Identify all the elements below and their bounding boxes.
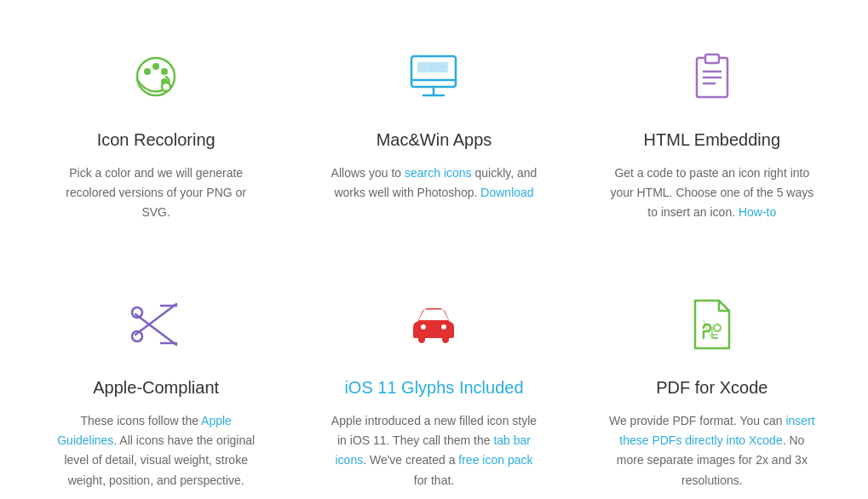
apple-compliant-title: Apple-Compliant <box>93 374 219 401</box>
apple-compliant-icon <box>122 290 190 358</box>
ios11-glyphs-title: iOS 11 Glyphs Included <box>344 374 523 401</box>
apple-compliant-desc: These icons follow the Apple Guidelines.… <box>51 411 261 490</box>
pdf-xcode-icon <box>678 290 746 358</box>
pdf-xcode-link[interactable]: insert these PDFs directly into Xcode <box>619 414 814 447</box>
svg-rect-9 <box>418 63 430 72</box>
icon-recoloring-icon <box>122 43 190 111</box>
svg-point-2 <box>152 63 159 70</box>
mac-win-apps-link[interactable]: search icons <box>405 166 472 180</box>
mac-win-apps-title: Mac&Win Apps <box>377 126 492 153</box>
card-ios11-glyphs: iOS 11 Glyphs IncludedApple introduced a… <box>295 273 572 499</box>
icon-recoloring-desc: Pick a color and we will generate recolo… <box>51 163 261 222</box>
pdf-xcode-desc: We provide PDF format. You can insert th… <box>607 411 817 490</box>
html-embedding-title: HTML Embedding <box>644 126 780 153</box>
mac-win-apps-link[interactable]: Download <box>480 186 533 199</box>
ios11-glyphs-desc: Apple introduced a new filled icon style… <box>329 411 538 490</box>
apple-compliant-link[interactable]: Apple Guidelines <box>57 414 232 447</box>
html-embedding-desc: Get a code to paste an icon right into y… <box>607 163 817 222</box>
icon-recoloring-title: Icon Recoloring <box>97 126 216 153</box>
ios11-glyphs-link[interactable]: free icon pack <box>458 453 532 467</box>
card-pdf-xcode: PDF for XcodeWe provide PDF format. You … <box>573 273 851 499</box>
mac-win-apps-desc: Allows you to search icons quickly, and … <box>329 163 538 203</box>
card-apple-compliant: Apple-CompliantThese icons follow the Ap… <box>17 273 295 499</box>
mac-win-apps-icon <box>400 43 468 111</box>
feature-grid: Icon RecoloringPick a color and we will … <box>0 0 868 499</box>
svg-point-3 <box>161 68 168 75</box>
svg-rect-15 <box>705 54 719 63</box>
card-icon-recoloring: Icon RecoloringPick a color and we will … <box>17 26 295 239</box>
svg-rect-11 <box>439 63 447 66</box>
svg-rect-12 <box>439 68 447 72</box>
pdf-xcode-title: PDF for Xcode <box>656 374 767 401</box>
svg-point-1 <box>144 68 151 75</box>
html-embedding-icon <box>678 43 746 111</box>
svg-point-5 <box>162 83 170 91</box>
ios11-glyphs-icon <box>400 290 468 358</box>
svg-point-27 <box>714 324 721 331</box>
card-html-embedding: HTML EmbeddingGet a code to paste an ico… <box>573 26 851 239</box>
html-embedding-link[interactable]: How-to <box>739 205 776 219</box>
svg-rect-10 <box>432 63 437 72</box>
card-mac-win-apps: Mac&Win AppsAllows you to search icons q… <box>295 26 572 239</box>
